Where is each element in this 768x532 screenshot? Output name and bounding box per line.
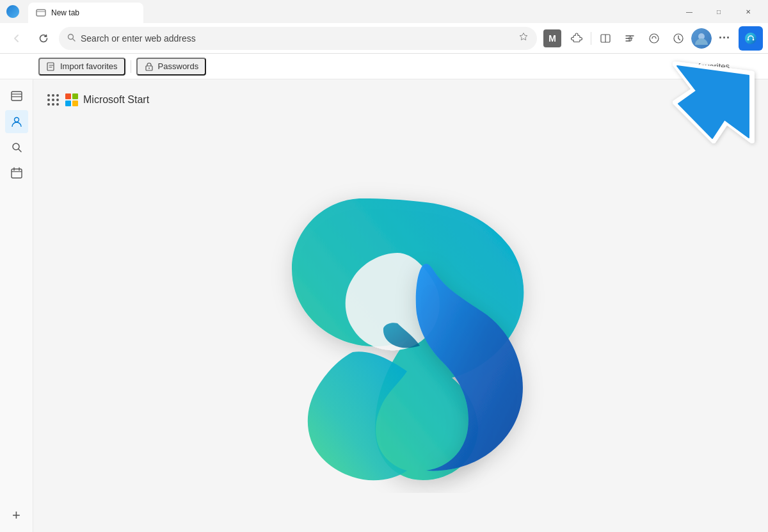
microsoft-start-logo: Microsoft Start	[46, 93, 149, 107]
weather-info: 14°C	[692, 95, 730, 105]
sidebar-search-button[interactable]	[5, 136, 28, 159]
navigation-bar: Search or enter web address M	[0, 23, 768, 54]
svg-point-25	[47, 103, 50, 106]
avatar-icon	[692, 29, 710, 47]
browser-essentials-icon	[673, 33, 684, 44]
svg-point-10	[753, 38, 755, 40]
sidebar-calendar-button[interactable]	[5, 161, 28, 184]
tab-favicon-icon	[36, 8, 46, 18]
search-icon	[67, 33, 76, 44]
sidebar-profile-icon	[10, 115, 23, 128]
back-icon	[12, 33, 22, 44]
sidebar-tabs-button[interactable]	[5, 85, 28, 108]
svg-rect-18	[12, 169, 22, 178]
reload-icon	[38, 33, 49, 44]
favorites-bar: Import favorites Passwords er favorites	[0, 54, 768, 79]
profile-button[interactable]	[691, 28, 712, 49]
ms-cell-green	[72, 93, 78, 99]
close-button[interactable]: ✕	[733, 0, 763, 23]
import-icon	[46, 61, 56, 72]
svg-line-17	[19, 149, 21, 152]
profile-avatar	[691, 28, 712, 49]
svg-point-20	[52, 94, 54, 97]
m-badge: M	[543, 29, 561, 47]
microsoft-logo-grid	[65, 93, 78, 106]
copilot-alt-button[interactable]	[643, 27, 666, 50]
svg-point-21	[56, 94, 59, 97]
svg-point-15	[14, 118, 19, 122]
search-svg-icon	[67, 33, 76, 42]
ms-cell-blue	[65, 101, 71, 106]
new-tab-page: Microsoft Start 14°C	[33, 79, 768, 532]
favorite-star-icon	[518, 32, 529, 42]
new-tab-settings-button[interactable]	[735, 90, 755, 110]
svg-point-28	[744, 99, 747, 102]
extensions-icon	[571, 33, 582, 44]
toolbar-icons: M	[541, 26, 763, 51]
minimize-button[interactable]: —	[675, 0, 704, 23]
svg-line-3	[73, 38, 76, 41]
ms-cell-yellow	[72, 101, 78, 106]
svg-point-9	[748, 38, 749, 40]
extensions-button[interactable]	[565, 27, 588, 50]
tab-label: New tab	[51, 8, 79, 17]
svg-point-23	[52, 99, 54, 101]
passwords-icon	[144, 61, 154, 72]
title-bar: New tab — □ ✕	[0, 0, 768, 23]
star-icon[interactable]	[518, 32, 529, 44]
title-bar-left: New tab	[5, 0, 675, 23]
svg-point-24	[56, 99, 59, 101]
svg-point-19	[47, 94, 50, 97]
svg-rect-14	[12, 92, 22, 101]
passwords-button[interactable]: Passwords	[136, 58, 207, 76]
weather-icon	[692, 95, 706, 105]
reload-button[interactable]	[32, 27, 55, 50]
favorites-divider	[131, 60, 131, 73]
new-tab-header: Microsoft Start 14°C	[33, 79, 768, 120]
window-controls: — □ ✕	[675, 0, 763, 23]
toolbar-divider	[591, 32, 591, 45]
svg-point-22	[47, 99, 50, 101]
ms-cell-red	[65, 93, 71, 99]
svg-rect-11	[47, 63, 54, 70]
copilot-alt-icon	[648, 33, 660, 44]
main-content: Microsoft Start 14°C	[33, 79, 768, 532]
app-grid-icon[interactable]	[46, 93, 60, 107]
split-screen-icon	[600, 33, 611, 44]
copilot-active-button[interactable]	[739, 26, 763, 51]
tab-area: New tab	[28, 0, 143, 23]
address-bar[interactable]: Search or enter web address	[59, 27, 537, 50]
favorites-button[interactable]	[618, 27, 641, 50]
more-icon: ···	[719, 31, 730, 45]
svg-point-27	[56, 103, 59, 106]
favorites-icon	[624, 33, 636, 44]
sidebar-tabs-icon	[10, 90, 23, 102]
sidebar-calendar-icon	[10, 166, 23, 179]
copilot-center	[33, 120, 768, 532]
import-favorites-button[interactable]: Import favorites	[38, 58, 125, 76]
svg-point-13	[148, 67, 150, 69]
svg-point-26	[52, 103, 54, 106]
import-favorites-label: Import favorites	[60, 61, 118, 71]
edge-logo-icon	[5, 4, 20, 19]
temperature-text: 14°C	[710, 95, 730, 105]
sidebar-profile-button[interactable]	[5, 110, 28, 133]
back-button[interactable]	[5, 27, 28, 50]
svg-rect-0	[36, 10, 45, 16]
active-tab[interactable]: New tab	[28, 3, 143, 23]
browser-essentials-button[interactable]	[667, 27, 690, 50]
profile-m-button[interactable]: M	[541, 27, 564, 50]
address-text: Search or enter web address	[81, 33, 513, 44]
sidebar-add-button[interactable]: +	[5, 504, 28, 527]
passwords-label: Passwords	[158, 61, 199, 71]
more-favorites-text: er favorites	[689, 61, 730, 71]
split-screen-button[interactable]	[594, 27, 617, 50]
sidebar: +	[0, 79, 33, 532]
copilot-logo-large	[234, 160, 567, 493]
settings-icon	[739, 94, 751, 106]
copilot-active-icon	[742, 30, 759, 47]
new-tab-right: 14°C	[692, 90, 755, 110]
microsoft-start-text: Microsoft Start	[83, 94, 149, 106]
maximize-button[interactable]: □	[704, 0, 733, 23]
more-options-button[interactable]: ···	[713, 27, 736, 50]
